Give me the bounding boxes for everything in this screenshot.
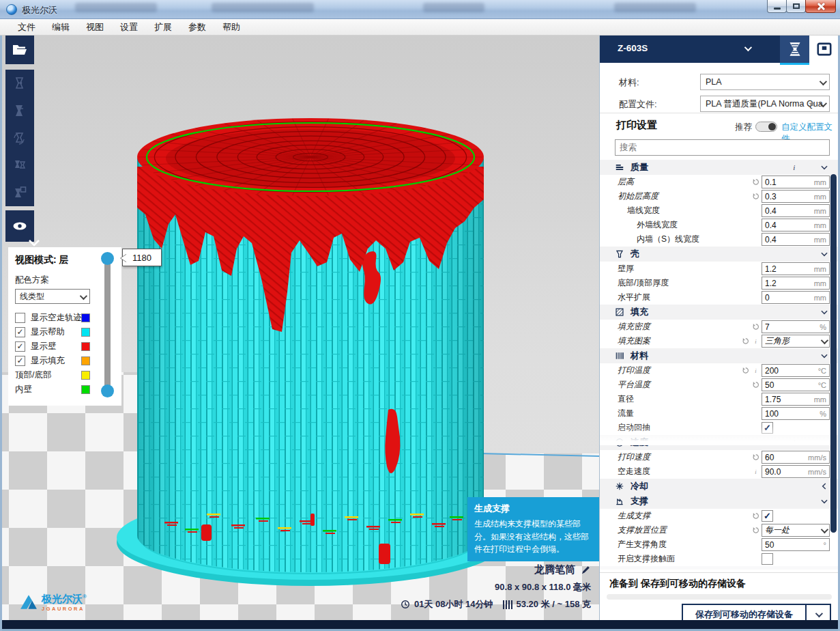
settings-search-input[interactable] bbox=[615, 139, 830, 156]
layer-slider-track[interactable] bbox=[104, 253, 111, 397]
setting-value-field[interactable]: 1.2mm bbox=[762, 262, 830, 275]
revert-icon[interactable] bbox=[752, 527, 759, 534]
setting-row[interactable]: 水平扩展0mm bbox=[600, 290, 839, 305]
setting-value-field[interactable]: 0.4mm bbox=[762, 233, 830, 246]
tab-monitor[interactable] bbox=[809, 36, 839, 63]
legend-checkbox[interactable] bbox=[15, 313, 25, 323]
setting-dropdown[interactable]: 每一处 bbox=[762, 524, 830, 537]
title-bar[interactable]: 极光尔沃 bbox=[0, 0, 840, 19]
setting-row[interactable]: 外墙线宽度0.4mm bbox=[600, 218, 839, 232]
section-header-quality[interactable]: 质量i bbox=[600, 160, 839, 175]
close-button[interactable] bbox=[805, 0, 836, 13]
section-title: 冷却 bbox=[631, 480, 648, 492]
section-header-shell[interactable]: 壳 bbox=[600, 247, 839, 262]
setting-value-field[interactable]: 50° bbox=[762, 538, 830, 551]
menu-item-0[interactable]: 文件 bbox=[10, 19, 44, 36]
menu-item-2[interactable]: 视图 bbox=[78, 19, 112, 36]
setting-checkbox[interactable]: ✓ bbox=[762, 422, 773, 434]
revert-icon[interactable] bbox=[752, 453, 759, 461]
setting-row[interactable]: 平台温度50°C bbox=[600, 378, 839, 392]
revert-icon[interactable] bbox=[742, 367, 749, 374]
revert-icon[interactable] bbox=[752, 323, 759, 331]
revert-icon[interactable] bbox=[752, 193, 759, 200]
section-title: 速度 bbox=[631, 436, 648, 449]
menu-item-5[interactable]: 参数 bbox=[180, 19, 214, 36]
job-dimensions: 90.8 x 90.8 x 118.0 毫米 bbox=[495, 581, 591, 593]
menu-item-4[interactable]: 扩展 bbox=[146, 19, 180, 36]
setting-checkbox[interactable]: ✓ bbox=[762, 510, 773, 522]
setting-row[interactable]: 壁厚1.2mm bbox=[600, 262, 839, 276]
menu-item-1[interactable]: 编辑 bbox=[44, 19, 78, 36]
setting-value-field[interactable]: 100% bbox=[762, 407, 830, 420]
setting-row[interactable]: 打印速度60mm/s bbox=[600, 450, 839, 464]
setting-row[interactable]: 直径1.75mm bbox=[600, 392, 839, 406]
setting-value-field[interactable]: 50°C bbox=[762, 378, 830, 391]
setting-row[interactable]: 墙线宽度0.4mm bbox=[600, 204, 839, 218]
layer-slider-lower-handle[interactable] bbox=[101, 384, 114, 397]
layer-slider-upper-handle[interactable] bbox=[101, 252, 114, 265]
setting-row[interactable]: 层高0.1mm bbox=[600, 175, 839, 189]
setting-value-field[interactable]: 1.2mm bbox=[762, 277, 830, 290]
section-header-material[interactable]: 材料 bbox=[600, 348, 839, 363]
setting-row[interactable]: 产生支撑角度50° bbox=[600, 537, 839, 552]
setting-row[interactable]: 支撑放置位置每一处 bbox=[600, 523, 839, 537]
tab-prepare-slice[interactable] bbox=[780, 36, 809, 63]
recommended-custom-toggle[interactable] bbox=[755, 122, 777, 132]
section-header-infill[interactable]: 填充 bbox=[600, 305, 839, 320]
setting-value-field[interactable]: 0mm bbox=[762, 291, 830, 304]
legend-checkbox[interactable]: ✓ bbox=[15, 356, 25, 366]
setting-row[interactable]: 初始层高度0.3mm bbox=[600, 189, 839, 204]
revert-icon[interactable] bbox=[752, 178, 759, 186]
setting-row[interactable]: 生成支撑✓ bbox=[600, 509, 839, 523]
setting-value-field[interactable]: 90.0mm/s bbox=[762, 465, 830, 478]
3d-viewport[interactable]: 视图模式: 层 配色方案 线类型 显示空走轨迹✓显示帮助✓显示壁✓显示填充顶部/… bbox=[2, 36, 599, 620]
profile-dropdown[interactable]: PLA 普通质量(PLA Norma Qua ★ bbox=[700, 96, 830, 112]
shell-icon bbox=[615, 249, 624, 259]
setting-value-field[interactable]: 0.4mm bbox=[762, 219, 830, 232]
setting-row[interactable]: 空走速度i90.0mm/s bbox=[600, 464, 839, 479]
setting-checkbox[interactable] bbox=[762, 553, 773, 565]
setting-label: 水平扩展 bbox=[600, 292, 650, 303]
section-header-support[interactable]: 支撑 bbox=[600, 494, 839, 509]
setting-value-field[interactable]: 1.75mm bbox=[762, 393, 830, 406]
app-window: 极光尔沃 文件编辑视图设置扩展参数帮助 bbox=[0, 0, 840, 631]
settings-scrollbar[interactable] bbox=[830, 174, 837, 533]
section-header-speed[interactable]: 速度i bbox=[600, 435, 839, 450]
minimize-button[interactable] bbox=[767, 0, 787, 13]
setting-row[interactable]: 填充密度7% bbox=[600, 320, 839, 334]
setting-row[interactable]: 底部/顶部厚度1.2mm bbox=[600, 276, 839, 290]
revert-icon[interactable] bbox=[752, 381, 759, 389]
menu-item-6[interactable]: 帮助 bbox=[214, 19, 248, 36]
legend-checkbox[interactable]: ✓ bbox=[15, 327, 25, 337]
left-toolbar bbox=[5, 36, 34, 242]
setting-unit: % bbox=[820, 410, 826, 418]
menu-item-3[interactable]: 设置 bbox=[112, 19, 146, 36]
tooltip-title: 生成支撑 bbox=[474, 503, 594, 515]
setting-row[interactable]: 启动回抽✓ bbox=[600, 421, 839, 435]
section-header-cooling[interactable]: 冷却 bbox=[600, 479, 839, 494]
support-icon bbox=[615, 496, 624, 506]
job-material-usage: 53.20 米 / ~ 158 克 bbox=[517, 598, 591, 611]
revert-icon[interactable] bbox=[742, 337, 749, 345]
setting-row[interactable]: 填充图案i三角形 bbox=[600, 334, 839, 348]
setting-value-field[interactable]: 60mm/s bbox=[762, 451, 830, 464]
edit-pencil-icon[interactable] bbox=[581, 565, 591, 575]
view-mode-eye-button[interactable] bbox=[5, 210, 34, 242]
setting-dropdown[interactable]: 三角形 bbox=[762, 335, 830, 348]
setting-row[interactable]: 开启支撑接触面 bbox=[600, 552, 839, 566]
setting-value-field[interactable]: 200°C bbox=[762, 364, 830, 377]
maximize-button[interactable] bbox=[786, 0, 806, 13]
chevron-down-icon bbox=[820, 163, 829, 172]
material-dropdown[interactable]: PLA bbox=[700, 74, 830, 90]
setting-value-field[interactable]: 0.4mm bbox=[762, 204, 830, 217]
setting-value-field[interactable]: 7% bbox=[762, 320, 830, 333]
setting-row[interactable]: 流量100% bbox=[600, 406, 839, 421]
setting-row[interactable]: 打印温度i200°C bbox=[600, 363, 839, 378]
legend-checkbox[interactable]: ✓ bbox=[15, 341, 25, 352]
setting-value-field[interactable]: 0.1mm bbox=[762, 176, 830, 188]
setting-value-field[interactable]: 0.3mm bbox=[762, 190, 830, 203]
color-scheme-dropdown[interactable]: 线类型 bbox=[15, 289, 90, 304]
open-file-button[interactable] bbox=[5, 36, 34, 64]
setting-row[interactable]: 内墙（S）线宽度0.4mm bbox=[600, 232, 839, 247]
revert-icon[interactable] bbox=[752, 512, 759, 520]
